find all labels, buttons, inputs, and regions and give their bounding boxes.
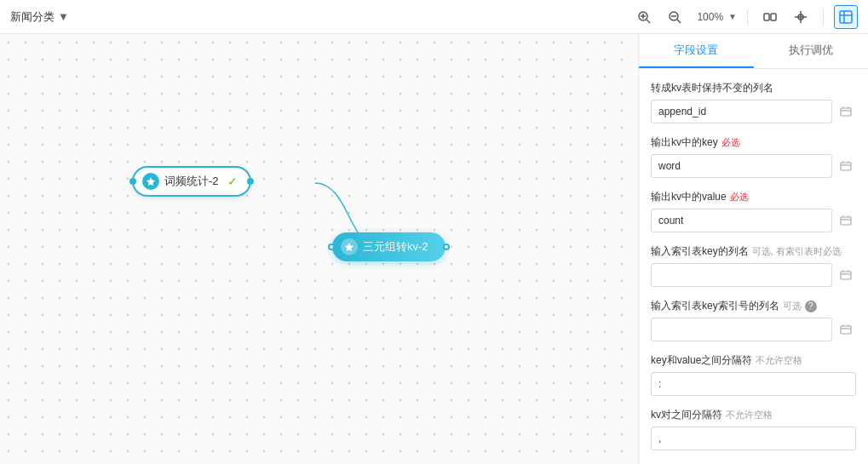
form-label-2: 输出kv中的value 必选 xyxy=(651,190,856,204)
toolbar-divider-2 xyxy=(823,9,824,26)
node-triple-kv-left-port xyxy=(328,243,335,250)
form-input-1[interactable] xyxy=(651,154,832,178)
svg-rect-7 xyxy=(764,14,769,20)
right-panel: 字段设置 执行调优 转成kv表时保持不变的列名 xyxy=(638,34,868,464)
form-input-row-0 xyxy=(651,100,856,123)
title-dropdown-icon[interactable]: ▼ xyxy=(58,10,69,23)
node-word-freq-check: ✓ xyxy=(227,175,238,188)
form-label-3: 输入索引表key的列名 可选, 有索引表时必选 xyxy=(651,244,856,259)
form-label-0: 转成kv表时保持不变的列名 xyxy=(651,81,856,95)
node-word-freq-label: 词频统计-2 xyxy=(164,174,219,189)
toolbar-title-area: 新闻分类 ▼ xyxy=(10,9,69,25)
project-title: 新闻分类 xyxy=(10,9,55,25)
form-input-row-4 xyxy=(651,318,856,341)
form-input-row-5 xyxy=(651,372,856,396)
form-input-2[interactable] xyxy=(651,209,832,232)
fit-view-button[interactable] xyxy=(758,5,782,29)
zoom-dropdown-icon[interactable]: ▼ xyxy=(728,12,737,21)
tab-field-settings[interactable]: 字段设置 xyxy=(639,34,754,68)
zoom-value: 100% xyxy=(693,11,727,23)
node-word-freq-right-port xyxy=(247,178,254,185)
node-triple-kv[interactable]: 三元组转kv-2 xyxy=(332,232,445,261)
form-group-0: 转成kv表时保持不变的列名 xyxy=(651,81,856,123)
form-label-4: 输入索引表key索引号的列名 可选 ? xyxy=(651,299,856,313)
toolbar: 新闻分类 ▼ 100% ▼ xyxy=(0,0,868,34)
form-input-4[interactable] xyxy=(651,318,832,341)
main-content: 词频统计-2 ✓ 三元组转kv-2 字段设置 执行调优 xyxy=(0,34,868,464)
canvas-area[interactable]: 词频统计-2 ✓ 三元组转kv-2 xyxy=(0,34,638,464)
node-triple-kv-icon xyxy=(341,238,358,255)
form-input-btn-4[interactable] xyxy=(836,319,856,340)
form-input-6[interactable] xyxy=(651,427,856,450)
form-input-3[interactable] xyxy=(651,263,832,287)
svg-line-5 xyxy=(677,20,681,23)
toolbar-divider-1 xyxy=(747,9,748,26)
form-group-1: 输出kv中的key 必选 xyxy=(651,135,856,178)
form-input-btn-1[interactable] xyxy=(836,156,856,176)
zoom-control: 100% ▼ xyxy=(693,11,737,23)
form-group-3: 输入索引表key的列名 可选, 有索引表时必选 xyxy=(651,244,856,287)
svg-rect-15 xyxy=(841,108,851,116)
form-label-5: key和value之间分隔符 不允许空格 xyxy=(651,353,856,368)
node-word-freq-icon xyxy=(142,173,159,190)
form-input-row-6 xyxy=(651,427,856,450)
form-input-btn-3[interactable] xyxy=(836,265,856,285)
svg-rect-19 xyxy=(841,163,851,170)
form-label-1: 输出kv中的key 必选 xyxy=(651,135,856,150)
tab-exec-tuning[interactable]: 执行调优 xyxy=(754,34,869,68)
form-input-row-3 xyxy=(651,263,856,287)
help-icon-4[interactable]: ? xyxy=(805,301,817,312)
canvas-background xyxy=(0,34,638,464)
zoom-in-button[interactable] xyxy=(632,5,656,29)
form-input-btn-0[interactable] xyxy=(836,101,856,122)
node-word-freq[interactable]: 词频统计-2 ✓ xyxy=(132,166,251,197)
svg-rect-8 xyxy=(771,14,776,20)
form-group-6: kv对之间分隔符 不允许空格 xyxy=(651,408,856,450)
svg-rect-31 xyxy=(841,326,851,334)
form-input-0[interactable] xyxy=(651,100,832,123)
form-input-row-1 xyxy=(651,154,856,178)
form-group-2: 输出kv中的value 必选 xyxy=(651,190,856,232)
form-input-btn-2[interactable] xyxy=(836,210,856,231)
svg-rect-27 xyxy=(841,272,851,279)
zoom-out-button[interactable] xyxy=(663,5,687,29)
form-group-4: 输入索引表key索引号的列名 可选 ? xyxy=(651,299,856,341)
svg-line-1 xyxy=(647,20,650,23)
panel-content: 转成kv表时保持不变的列名 xyxy=(639,69,868,464)
svg-rect-23 xyxy=(841,217,851,225)
crosshair-button[interactable] xyxy=(789,5,813,29)
canvas-mode-button[interactable] xyxy=(834,5,858,29)
node-triple-kv-label: 三元组转kv-2 xyxy=(363,239,428,255)
form-input-row-2 xyxy=(651,209,856,232)
form-input-5[interactable] xyxy=(651,372,856,396)
svg-rect-12 xyxy=(840,11,852,23)
form-group-5: key和value之间分隔符 不允许空格 xyxy=(651,353,856,396)
form-label-6: kv对之间分隔符 不允许空格 xyxy=(651,408,856,422)
node-word-freq-left-port xyxy=(129,178,136,185)
panel-tabs: 字段设置 执行调优 xyxy=(639,34,868,69)
node-triple-kv-right-port xyxy=(443,243,450,250)
